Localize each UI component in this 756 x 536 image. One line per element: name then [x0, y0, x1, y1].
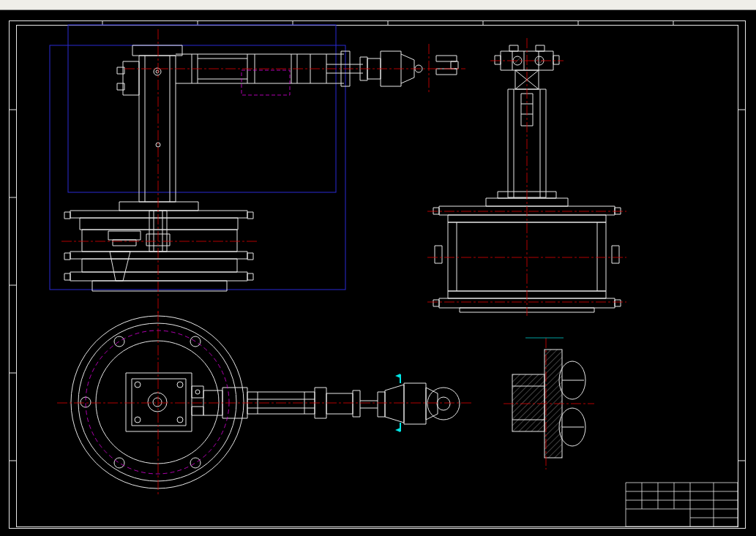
side-view: [427, 38, 626, 316]
section-hub: [512, 374, 544, 431]
cad-canvas[interactable]: [0, 10, 756, 536]
front-hidden-lines: [242, 70, 290, 95]
top-bolt-circle: [86, 331, 229, 474]
side-centerlines: [427, 38, 626, 316]
title-block: [626, 483, 738, 526]
section-view: [504, 338, 594, 469]
front-pin-outer: [154, 68, 161, 75]
sheet-frame: [9, 20, 746, 529]
frame-ticks: [9, 20, 745, 461]
frame-inner: [17, 26, 738, 527]
top-view: [57, 312, 472, 494]
selection-rect-1[interactable]: [68, 25, 336, 192]
application-window: [0, 0, 756, 536]
front-centerlines: [61, 29, 465, 313]
top-view-circles: [71, 316, 460, 488]
title-block-grid: [626, 483, 738, 526]
front-view: [61, 29, 465, 313]
front-base-linework: [64, 202, 253, 291]
top-centerlines: [57, 312, 472, 494]
frame-outer: [10, 21, 746, 529]
toolbar: [0, 0, 756, 10]
top-view-linework: [126, 373, 438, 431]
